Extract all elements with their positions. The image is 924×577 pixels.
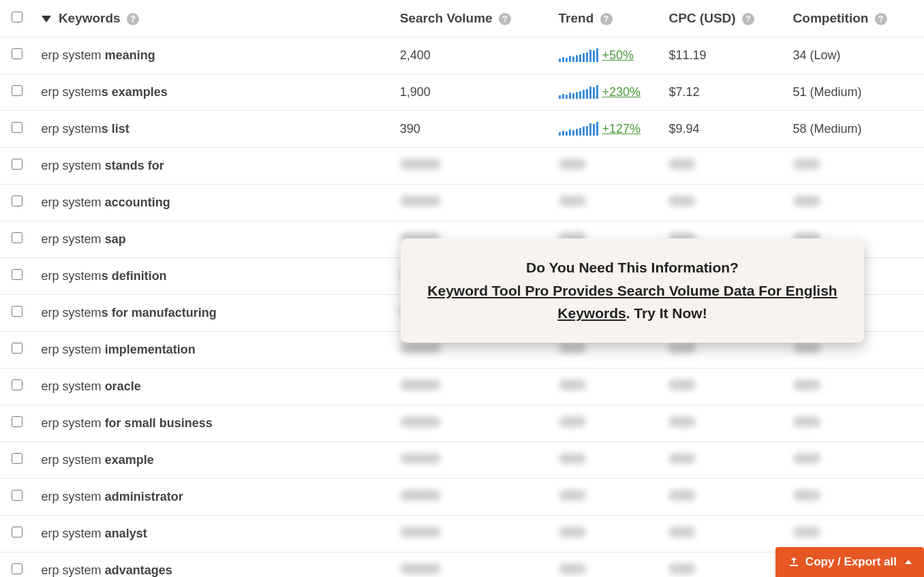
keyword-suffix: sap	[105, 232, 126, 246]
help-icon[interactable]: ?	[742, 13, 754, 25]
keyword-suffix: s examples	[102, 85, 168, 99]
blurred-value	[668, 379, 696, 390]
keyword-prefix: erp system	[42, 527, 105, 540]
keyword-prefix: erp system	[42, 196, 105, 209]
keyword-suffix: s list	[102, 122, 129, 136]
cpc-cell-blurred	[662, 552, 786, 578]
competition-cell-blurred	[786, 369, 924, 405]
help-icon[interactable]: ?	[499, 13, 511, 25]
trend-cell-blurred	[552, 442, 662, 479]
row-checkbox[interactable]	[12, 453, 22, 464]
keyword-cell: erp systems for manufacturing	[35, 295, 393, 332]
header-keywords[interactable]: Keywords ?	[35, 0, 393, 37]
sort-caret-icon	[42, 16, 51, 22]
blurred-value	[400, 343, 441, 354]
blurred-value	[793, 453, 820, 464]
keyword-cell: erp system stands for	[35, 148, 393, 185]
row-checkbox[interactable]	[12, 416, 22, 427]
keyword-cell: erp systems definition	[35, 258, 393, 295]
row-checkbox[interactable]	[12, 232, 22, 243]
cpc-cell-blurred	[662, 185, 786, 221]
competition-cell-blurred	[786, 405, 924, 442]
row-checkbox[interactable]	[12, 563, 22, 574]
keyword-cell: erp system accounting	[35, 185, 393, 221]
export-button[interactable]: Copy / Export all	[775, 547, 924, 577]
table-row: erp system oracle	[0, 369, 924, 405]
help-icon[interactable]: ?	[875, 13, 887, 25]
keyword-prefix: erp system	[42, 306, 102, 319]
row-checkbox[interactable]	[12, 379, 22, 390]
blurred-value	[400, 563, 441, 574]
trend-sparkline-icon	[559, 50, 598, 62]
trend-cell: +50%	[552, 37, 662, 74]
trend-cell: +230%	[552, 74, 662, 111]
header-competition[interactable]: Competition ?	[786, 0, 924, 37]
blurred-value	[668, 563, 696, 574]
blurred-value	[793, 159, 820, 170]
header-keywords-label: Keywords	[59, 11, 121, 25]
competition-cell-blurred	[786, 185, 924, 221]
table-row: erp system stands for	[0, 148, 924, 185]
competition-cell: 58 (Medium)	[786, 111, 924, 148]
blurred-value	[400, 159, 441, 170]
blurred-value	[400, 453, 441, 464]
row-checkbox[interactable]	[12, 343, 22, 354]
blurred-value	[559, 159, 586, 170]
volume-cell-blurred	[393, 552, 552, 578]
row-checkbox[interactable]	[12, 85, 22, 96]
header-trend[interactable]: Trend ?	[552, 0, 662, 37]
blurred-value	[668, 343, 696, 354]
keyword-suffix: stands for	[105, 159, 164, 172]
blurred-value	[668, 453, 696, 464]
keyword-suffix: meaning	[105, 48, 155, 62]
select-all-checkbox[interactable]	[12, 12, 22, 22]
export-icon	[788, 556, 800, 568]
keyword-cell: erp system for small business	[35, 405, 393, 442]
keyword-suffix: implementation	[105, 343, 196, 356]
header-cpc-label: CPC (USD)	[668, 11, 735, 25]
blurred-value	[668, 416, 696, 427]
row-checkbox[interactable]	[12, 527, 22, 537]
keyword-cell: erp system administrator	[35, 479, 393, 516]
row-checkbox[interactable]	[12, 159, 22, 170]
svg-rect-1	[790, 565, 798, 566]
blurred-value	[793, 490, 820, 501]
keyword-suffix: s definition	[102, 269, 167, 283]
row-checkbox[interactable]	[12, 490, 22, 501]
keyword-suffix: analyst	[105, 527, 147, 540]
row-checkbox[interactable]	[12, 122, 22, 133]
header-cpc[interactable]: CPC (USD) ?	[662, 0, 786, 37]
trend-value[interactable]: +50%	[602, 48, 634, 62]
blurred-value	[400, 490, 441, 501]
row-checkbox[interactable]	[12, 269, 22, 280]
keyword-cell: erp systems examples	[35, 74, 393, 111]
trend-cell-blurred	[552, 148, 662, 185]
blurred-value	[793, 343, 820, 354]
help-icon[interactable]: ?	[127, 13, 139, 25]
volume-cell-blurred	[393, 442, 552, 479]
keyword-cell: erp systems list	[35, 111, 393, 148]
table-header-row: Keywords ? Search Volume ? Trend ? CPC (…	[0, 0, 924, 37]
trend-value[interactable]: +127%	[602, 122, 641, 136]
header-volume[interactable]: Search Volume ?	[393, 0, 552, 37]
blurred-value	[668, 196, 696, 206]
keyword-suffix: accounting	[105, 196, 170, 209]
blurred-value	[793, 416, 820, 427]
trend-value[interactable]: +230%	[602, 85, 641, 99]
table-row: erp system example	[0, 442, 924, 479]
volume-cell-blurred	[393, 516, 552, 552]
svg-marker-0	[42, 16, 51, 22]
keyword-cell: erp system advantages	[35, 552, 393, 578]
blurred-value	[668, 527, 696, 537]
row-checkbox[interactable]	[12, 48, 22, 59]
header-competition-label: Competition	[793, 11, 869, 25]
trend-cell-blurred	[552, 552, 662, 578]
volume-cell-blurred	[393, 148, 552, 185]
blurred-value	[559, 563, 586, 574]
keyword-suffix: example	[105, 453, 154, 467]
row-checkbox[interactable]	[12, 306, 22, 317]
row-checkbox[interactable]	[12, 196, 22, 206]
blurred-value	[559, 379, 586, 390]
header-trend-label: Trend	[559, 11, 594, 25]
help-icon[interactable]: ?	[600, 13, 613, 25]
